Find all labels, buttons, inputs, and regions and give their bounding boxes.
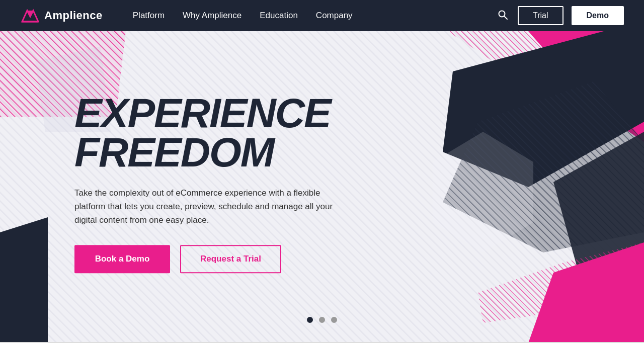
nav-item-education[interactable]: Education — [260, 11, 298, 21]
hero-buttons: Book a Demo Request a Trial — [74, 245, 417, 274]
navbar-actions: Trial Demo — [496, 6, 624, 25]
slider-dot-2[interactable] — [319, 317, 325, 323]
hero-title: EXPERIENCE FREEDOM — [74, 94, 417, 172]
slider-dot-1[interactable] — [307, 317, 313, 323]
logo-text: Amplience — [44, 9, 103, 22]
svg-marker-13 — [0, 217, 48, 343]
nav-item-platform[interactable]: Platform — [133, 11, 165, 21]
search-icon[interactable] — [496, 8, 510, 24]
main-nav: Platform Why Amplience Education Company — [133, 11, 496, 21]
book-demo-button[interactable]: Book a Demo — [74, 245, 170, 274]
nav-item-why-amplience[interactable]: Why Amplience — [183, 11, 242, 21]
demo-button[interactable]: Demo — [572, 6, 624, 25]
hero-section: EXPERIENCE FREEDOM Take the complexity o… — [0, 31, 644, 343]
hero-subtitle: Take the complexity out of eCommerce exp… — [74, 186, 336, 227]
slider-dots — [307, 317, 337, 323]
trial-button[interactable]: Trial — [518, 6, 564, 25]
logo[interactable]: Amplience — [20, 8, 103, 24]
nav-item-company[interactable]: Company — [316, 11, 353, 21]
svg-line-4 — [504, 16, 507, 19]
hero-content: EXPERIENCE FREEDOM Take the complexity o… — [74, 94, 417, 273]
navbar: Amplience Platform Why Amplience Educati… — [0, 0, 644, 31]
slider-dot-3[interactable] — [331, 317, 337, 323]
request-trial-button[interactable]: Request a Trial — [180, 245, 281, 274]
logo-icon — [20, 8, 39, 24]
